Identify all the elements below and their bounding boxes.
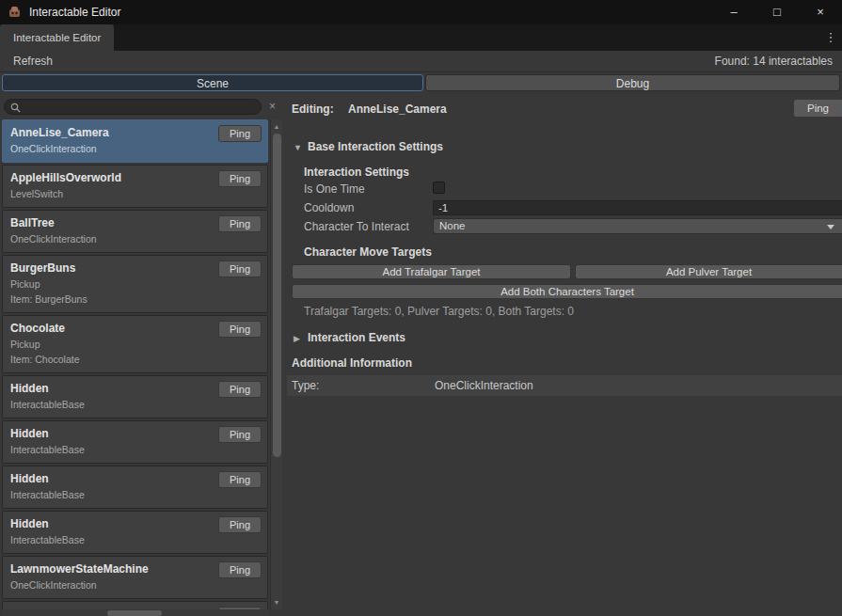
- item-subtitle: OneClickInteraction: [10, 141, 213, 156]
- type-label: Type:: [292, 379, 319, 392]
- foldout-collapsed-icon[interactable]: ▶: [294, 334, 305, 343]
- list-item[interactable]: Hidden InteractableBase Ping: [2, 420, 268, 464]
- type-value: OneClickInteraction: [435, 379, 533, 392]
- cooldown-field[interactable]: -1: [433, 200, 842, 215]
- character-move-targets-header: Character Move Targets: [304, 245, 432, 259]
- ping-button[interactable]: Ping: [218, 426, 262, 443]
- is-one-time-checkbox[interactable]: [433, 182, 445, 194]
- interaction-events-foldout[interactable]: Interaction Events: [308, 331, 405, 344]
- foldout-expanded-icon[interactable]: ▼: [294, 143, 305, 152]
- maximize-icon[interactable]: □: [755, 0, 799, 24]
- ping-button[interactable]: Ping: [218, 125, 262, 142]
- list-item[interactable]: Hidden InteractableBase Ping: [2, 466, 268, 509]
- ping-button[interactable]: Ping: [218, 215, 262, 232]
- list-item[interactable]: BallTree OneClickInteraction Ping: [2, 210, 268, 253]
- inspector-panel: Editing: AnneLise_Camera Ping ▼ Base Int…: [287, 90, 842, 616]
- item-name: BallTree: [10, 215, 213, 231]
- item-name: BurgerBuns: [10, 261, 213, 276]
- scrollbar-thumb[interactable]: [273, 134, 281, 457]
- minimize-icon[interactable]: –: [712, 0, 755, 24]
- list-item[interactable]: LureSpotA_Slot Ping: [2, 601, 268, 609]
- window-icon: [8, 6, 22, 20]
- add-trafalgar-target-button[interactable]: Add Trafalgar Target: [292, 264, 571, 279]
- item-subtitle: InteractableBase: [10, 487, 213, 502]
- item-name: Hidden: [10, 471, 213, 487]
- scroll-up-icon[interactable]: ▲: [271, 120, 282, 133]
- interactable-list: AnneLise_Camera OneClickInteraction Ping…: [2, 119, 268, 609]
- item-subtitle: InteractableBase: [10, 442, 213, 457]
- horizontal-scrollbar[interactable]: [2, 610, 269, 616]
- editing-value: AnneLise_Camera: [348, 103, 447, 116]
- ping-button[interactable]: Ping: [218, 170, 262, 187]
- item-name: LureSpotA_Slot: [10, 607, 213, 609]
- close-icon[interactable]: ×: [799, 0, 842, 24]
- list-item[interactable]: BurgerBuns Pickup Item: BurgerBuns Ping: [2, 255, 268, 313]
- item-name: Hidden: [10, 516, 213, 532]
- item-subtitle: Pickup: [10, 337, 213, 352]
- interaction-settings-header: Interaction Settings: [304, 166, 409, 179]
- cooldown-label: Cooldown: [304, 201, 354, 214]
- chevron-down-icon: [827, 225, 834, 229]
- titlebar: Interactable Editor – □ ×: [0, 0, 842, 24]
- list-item[interactable]: Chocolate Pickup Item: Chocolate Ping: [2, 315, 268, 373]
- list-item[interactable]: Hidden InteractableBase Ping: [2, 511, 268, 554]
- search-input[interactable]: [24, 100, 255, 114]
- item-name: Chocolate: [10, 321, 213, 337]
- item-subtitle: Item: BurgerBuns: [10, 292, 213, 307]
- tab-interactable-editor[interactable]: Interactable Editor: [0, 24, 114, 51]
- found-count-label: Found: 14 interactables: [715, 53, 833, 71]
- list-item[interactable]: AppleHillsOverworld LevelSwitch Ping: [2, 165, 268, 208]
- tab-debug[interactable]: Debug: [425, 74, 840, 91]
- ping-button[interactable]: Ping: [218, 471, 262, 488]
- ping-button[interactable]: Ping: [218, 261, 262, 277]
- editing-label: Editing:: [292, 103, 334, 116]
- targets-summary-label: Trafalgar Targets: 0, Pulver Targets: 0,…: [304, 305, 574, 318]
- ping-button[interactable]: Ping: [218, 381, 262, 398]
- tab-scene[interactable]: Scene: [2, 74, 423, 91]
- search-icon: [10, 103, 21, 113]
- item-subtitle: OneClickInteraction: [10, 231, 213, 246]
- search-box: [4, 99, 262, 115]
- kebab-menu-icon[interactable]: ⋮: [823, 24, 838, 51]
- base-interaction-settings-foldout[interactable]: Base Interaction Settings: [308, 140, 443, 153]
- tab-strip: Interactable Editor ⋮: [0, 24, 842, 51]
- list-item[interactable]: AnneLise_Camera OneClickInteraction Ping: [2, 119, 268, 163]
- toolbar: Refresh Found: 14 interactables: [0, 51, 842, 72]
- character-to-interact-label: Character To Interact: [304, 220, 409, 233]
- item-name: LawnmowerStateMachine: [10, 561, 213, 577]
- item-subtitle: InteractableBase: [10, 532, 213, 547]
- window-controls: – □ ×: [712, 0, 842, 24]
- character-to-interact-dropdown[interactable]: None: [433, 218, 842, 234]
- item-subtitle: Pickup: [10, 276, 213, 292]
- interactable-editor-window: Interactable Editor – □ × Interactable E…: [0, 0, 842, 616]
- window-title: Interactable Editor: [29, 6, 120, 19]
- ping-button[interactable]: Ping: [793, 99, 842, 118]
- search-clear-icon[interactable]: ×: [265, 99, 279, 115]
- additional-information-header: Additional Information: [292, 356, 412, 370]
- ping-button[interactable]: Ping: [218, 516, 262, 533]
- item-subtitle: Item: Chocolate: [10, 352, 213, 367]
- add-pulver-target-button[interactable]: Add Pulver Target: [575, 264, 842, 279]
- item-subtitle: InteractableBase: [10, 397, 213, 412]
- item-name: Hidden: [10, 381, 213, 397]
- list-item[interactable]: LawnmowerStateMachine OneClickInteractio…: [2, 556, 268, 599]
- item-name: Hidden: [10, 426, 213, 442]
- refresh-button[interactable]: Refresh: [6, 53, 60, 71]
- vertical-scrollbar[interactable]: ▲ ▼: [270, 119, 282, 609]
- add-both-characters-target-button[interactable]: Add Both Characters Target: [292, 284, 842, 299]
- list-item[interactable]: Hidden InteractableBase Ping: [2, 375, 268, 419]
- item-subtitle: OneClickInteraction: [10, 577, 213, 592]
- ping-button[interactable]: Ping: [218, 607, 262, 609]
- item-name: AppleHillsOverworld: [10, 170, 213, 186]
- type-row: Type: OneClickInteraction: [287, 375, 842, 396]
- ping-button[interactable]: Ping: [218, 561, 262, 578]
- scrollbar-thumb[interactable]: [107, 610, 162, 616]
- item-name: AnneLise_Camera: [10, 125, 213, 141]
- item-subtitle: LevelSwitch: [10, 186, 213, 201]
- ping-button[interactable]: Ping: [218, 321, 262, 338]
- scroll-down-icon[interactable]: ▼: [271, 596, 282, 608]
- dropdown-value: None: [439, 220, 466, 231]
- is-one-time-label: Is One Time: [304, 182, 365, 196]
